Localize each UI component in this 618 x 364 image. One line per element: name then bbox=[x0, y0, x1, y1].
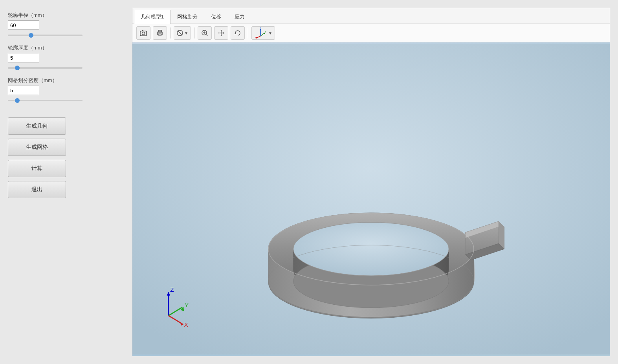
thickness-label: 轮廓厚度（mm） bbox=[8, 44, 126, 51]
calculate-button[interactable]: 计算 bbox=[8, 160, 66, 177]
pan-button[interactable] bbox=[214, 26, 228, 40]
axis-orientation-dropdown[interactable]: Z Y X ▼ bbox=[251, 26, 275, 40]
camera-icon bbox=[139, 29, 147, 37]
toolbar-sep-3 bbox=[248, 27, 248, 38]
svg-text:Y: Y bbox=[265, 31, 266, 33]
radius-param-group: 轮廓半径（mm） bbox=[8, 12, 126, 37]
svg-rect-4 bbox=[158, 30, 161, 32]
radius-input-row bbox=[8, 20, 126, 30]
viewport[interactable]: Z Y X bbox=[132, 42, 610, 356]
mesh-density-input-row bbox=[8, 86, 126, 95]
svg-marker-15 bbox=[220, 30, 222, 31]
mesh-density-label: 网格划分密度（mm） bbox=[8, 77, 126, 84]
thickness-input-row bbox=[8, 53, 126, 62]
radius-label: 轮廓半径（mm） bbox=[8, 12, 126, 19]
rotate-icon bbox=[234, 29, 242, 37]
thickness-input[interactable] bbox=[8, 53, 39, 62]
toolbar-sep-2 bbox=[194, 27, 194, 38]
svg-text:Y: Y bbox=[185, 302, 189, 308]
thickness-slider-row bbox=[8, 64, 126, 70]
right-panel: 几何模型1 网格划分 位移 应力 bbox=[132, 8, 610, 356]
tab-geometry[interactable]: 几何模型1 bbox=[134, 10, 171, 24]
svg-text:Z: Z bbox=[170, 286, 174, 293]
svg-marker-16 bbox=[220, 35, 222, 36]
3d-scene: Z Y X bbox=[132, 42, 610, 356]
tab-stress[interactable]: 应力 bbox=[228, 10, 251, 24]
generate-mesh-button[interactable]: 生成网格 bbox=[8, 139, 66, 156]
mesh-density-param-group: 网格划分密度（mm） bbox=[8, 77, 126, 102]
exit-button[interactable]: 退出 bbox=[8, 181, 66, 198]
left-panel: 轮廓半径（mm） 轮廓厚度（mm） 网格划分密度（mm） bbox=[8, 8, 126, 356]
tabs-bar: 几何模型1 网格划分 位移 应力 bbox=[132, 8, 610, 24]
svg-point-6 bbox=[161, 33, 162, 33]
radius-input[interactable] bbox=[8, 20, 39, 30]
svg-line-8 bbox=[178, 31, 182, 35]
thickness-slider[interactable] bbox=[8, 67, 83, 69]
mesh-density-input[interactable] bbox=[8, 86, 39, 95]
radius-slider-row bbox=[8, 31, 126, 37]
svg-marker-18 bbox=[223, 32, 224, 34]
tab-displacement[interactable]: 位移 bbox=[204, 10, 228, 24]
print-button[interactable] bbox=[153, 26, 167, 40]
svg-text:X: X bbox=[255, 37, 257, 38]
button-group: 生成几何 生成网格 计算 退出 bbox=[8, 117, 126, 198]
svg-rect-5 bbox=[158, 34, 161, 35]
svg-marker-19 bbox=[234, 33, 237, 34]
view-mode-dropdown[interactable]: ▼ bbox=[174, 26, 191, 40]
svg-marker-17 bbox=[218, 32, 219, 34]
circle-slash-icon bbox=[176, 29, 183, 37]
zoom-fit-icon bbox=[201, 29, 209, 37]
mesh-density-slider[interactable] bbox=[8, 100, 83, 101]
svg-point-37 bbox=[293, 222, 449, 276]
svg-text:Z: Z bbox=[260, 27, 261, 29]
toolbar-sep-1 bbox=[170, 27, 171, 38]
axis-3d-icon: Z Y X bbox=[254, 27, 267, 38]
svg-line-23 bbox=[260, 33, 264, 36]
radius-slider[interactable] bbox=[8, 35, 83, 36]
svg-rect-2 bbox=[142, 30, 143, 31]
svg-point-1 bbox=[142, 32, 145, 35]
generate-geometry-button[interactable]: 生成几何 bbox=[8, 117, 66, 135]
mesh-density-slider-row bbox=[8, 97, 126, 102]
pan-icon bbox=[217, 29, 225, 37]
thickness-param-group: 轮廓厚度（mm） bbox=[8, 44, 126, 70]
tab-mesh[interactable]: 网格划分 bbox=[171, 10, 204, 24]
svg-line-10 bbox=[206, 35, 207, 36]
svg-text:X: X bbox=[184, 321, 188, 328]
app-container: 轮廓半径（mm） 轮廓厚度（mm） 网格划分密度（mm） bbox=[0, 0, 618, 364]
rotate-button[interactable] bbox=[231, 26, 245, 40]
toolbar: ▼ bbox=[132, 24, 610, 42]
zoom-fit-button[interactable] bbox=[198, 26, 212, 40]
print-icon bbox=[156, 29, 164, 37]
camera-button[interactable] bbox=[136, 26, 150, 40]
